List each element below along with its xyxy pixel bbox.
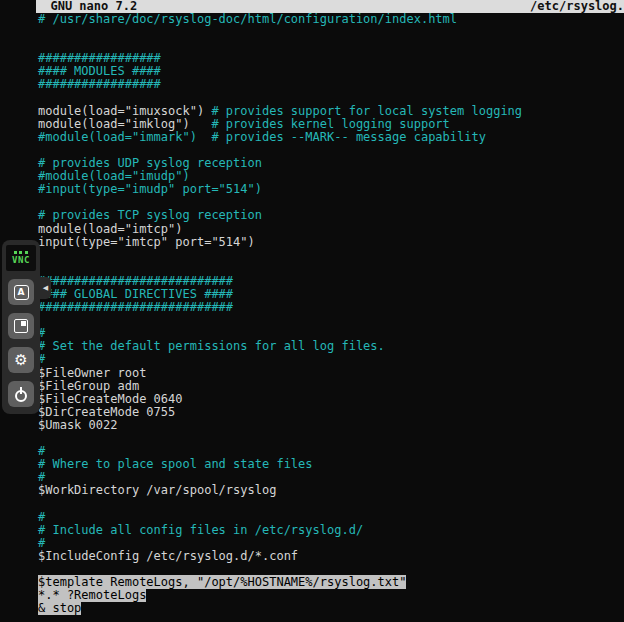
editor-line: ################# [38,78,624,91]
editor-line: # Set the default permissions for all lo… [38,340,624,353]
power-button[interactable] [8,381,34,407]
editor-line: # Include all config files in /etc/rsysl… [38,524,624,537]
keyboard-icon: A [14,285,29,300]
editor-line [38,432,624,445]
panel-collapse-handle[interactable]: ◀ [40,277,51,299]
editor-line: # /usr/share/doc/rsyslog-doc/html/config… [38,13,624,26]
terminal: GNU nano 7.2 /etc/rsyslog. # /usr/share/… [36,0,624,622]
editor-lines[interactable]: # /usr/share/doc/rsyslog-doc/html/config… [36,13,624,615]
editor-line [38,314,624,327]
editor-line: *.* ?RemoteLogs [38,589,624,602]
clipboard-button[interactable]: A [8,279,34,305]
screen: GNU nano 7.2 /etc/rsyslog. # /usr/share/… [0,0,624,622]
editor-line: #input(type="imudp" port="514") [38,183,624,196]
editor-line: #module(load="immark") # provides --MARK… [38,131,624,144]
editor-line [38,249,624,262]
editor-line: & stop [38,602,624,615]
editor-line [38,26,624,39]
editor-line: # Where to place spool and state files [38,458,624,471]
editor-line: input(type="imtcp" port="514") [38,236,624,249]
settings-button[interactable]: ⚙ [8,347,34,373]
nano-file-path: /etc/rsyslog. [530,0,624,13]
editor-line [38,497,624,510]
fullscreen-icon [14,319,28,333]
power-icon [14,387,28,401]
novnc-logo: VNC [6,245,36,271]
novnc-logo-dots [14,251,28,254]
editor-line: $Umask 0022 [38,419,624,432]
editor-line: ########################### [38,301,624,314]
editor-line: $IncludeConfig /etc/rsyslog.d/*.conf [38,550,624,563]
editor-line: $DirCreateMode 0755 [38,406,624,419]
novnc-control-panel: VNC A ⚙ [2,240,40,414]
novnc-logo-text: VNC [12,256,30,265]
fullscreen-button[interactable] [8,313,34,339]
gear-icon: ⚙ [14,353,27,368]
chevron-left-icon: ◀ [43,284,48,292]
editor-line: $WorkDirectory /var/spool/rsyslog [38,484,624,497]
